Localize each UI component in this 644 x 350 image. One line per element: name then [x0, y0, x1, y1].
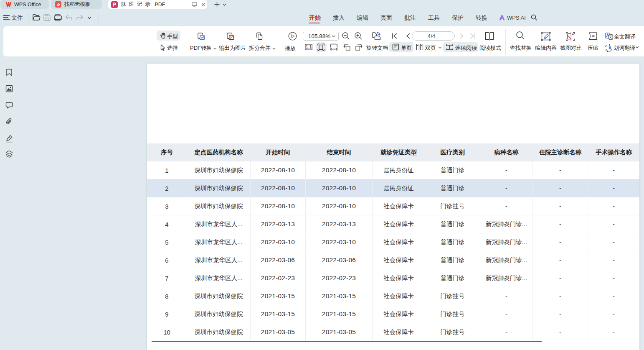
svg-text:x: x: [606, 48, 607, 51]
svg-text:A: A: [609, 46, 611, 50]
svg-text:1: 1: [309, 45, 312, 49]
